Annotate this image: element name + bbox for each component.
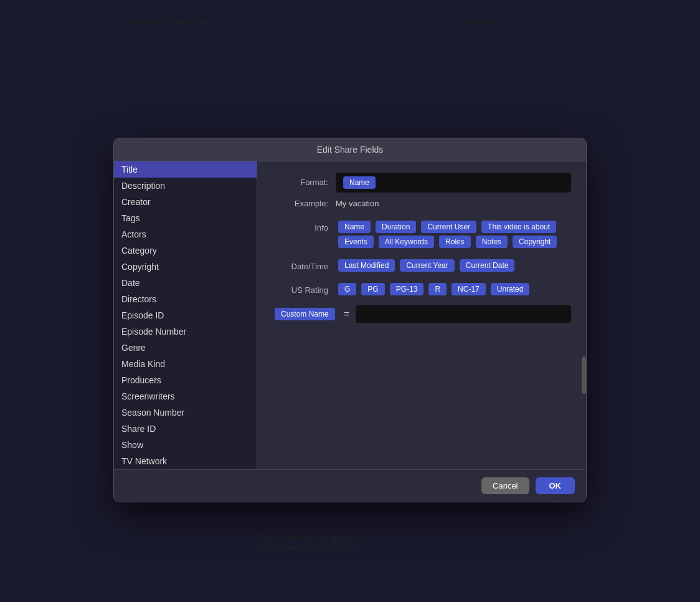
info-tag-roles[interactable]: Roles — [439, 236, 471, 248]
example-value: My vacation — [336, 199, 379, 208]
rating-tag-g[interactable]: G — [338, 283, 356, 295]
dialog-body: Title Description Creator Tags Actors Ca… — [114, 161, 586, 469]
format-bar: Name — [336, 173, 571, 193]
sidebar-item-copyright[interactable]: Copyright — [114, 259, 257, 275]
sidebar-item-date[interactable]: Date — [114, 275, 257, 291]
ok-button[interactable]: OK — [536, 477, 575, 494]
right-panel: Format: Name Example: My vacation Info N… — [257, 161, 586, 469]
info-section: Info Name Duration Current User This vid… — [272, 219, 571, 249]
sidebar-item-creator[interactable]: Creator — [114, 194, 257, 210]
datetime-label: Date/Time — [272, 258, 328, 271]
sidebar-item-producers[interactable]: Producers — [114, 372, 257, 388]
custom-name-input[interactable] — [356, 305, 571, 323]
dialog-footer: Cancel OK — [114, 469, 586, 502]
info-tag-duration[interactable]: Duration — [376, 221, 416, 233]
annotation-options: Options for the field appearin the middl… — [257, 533, 356, 552]
sidebar-item-genre[interactable]: Genre — [114, 340, 257, 356]
usrating-label: US Rating — [272, 282, 328, 295]
example-row: Example: My vacation — [272, 199, 571, 208]
sidebar-item-tags[interactable]: Tags — [114, 210, 257, 226]
sidebar-item-description[interactable]: Description — [114, 178, 257, 194]
usrating-section: US Rating G PG PG-13 R NC-17 Unrated — [272, 282, 571, 297]
info-label: Info — [272, 219, 328, 232]
info-tags-container: Name Duration Current User This video is… — [336, 219, 571, 249]
sidebar: Title Description Creator Tags Actors Ca… — [114, 161, 257, 469]
custom-name-tag[interactable]: Custom Name — [275, 308, 335, 320]
sidebar-item-category[interactable]: Category — [114, 242, 257, 259]
format-row: Format: Name — [272, 173, 571, 193]
sidebar-item-share-id[interactable]: Share ID — [114, 421, 257, 437]
rating-tag-unrated[interactable]: Unrated — [491, 283, 530, 295]
datetime-tags-container: Last Modified Current Year Current Date — [336, 258, 571, 273]
sidebar-item-episode-id[interactable]: Episode ID — [114, 307, 257, 323]
sidebar-item-directors[interactable]: Directors — [114, 291, 257, 307]
datetime-tag-current-date[interactable]: Current Date — [460, 259, 515, 272]
sidebar-item-show[interactable]: Show — [114, 437, 257, 453]
dialog-wrapper: Edit Share Fields Title Description Crea… — [113, 138, 587, 502]
sidebar-item-media-kind[interactable]: Media Kind — [114, 356, 257, 372]
datetime-tag-current-year[interactable]: Current Year — [400, 259, 454, 272]
format-name-tag[interactable]: Name — [343, 176, 376, 189]
info-tag-copyright[interactable]: Copyright — [513, 236, 557, 248]
sidebar-item-episode-number[interactable]: Episode Number — [114, 323, 257, 340]
datetime-tag-last-modified[interactable]: Last Modified — [338, 259, 395, 272]
rating-tag-r[interactable]: R — [428, 283, 447, 295]
annotation-format-field: Format field — [458, 17, 504, 27]
info-tag-name[interactable]: Name — [338, 221, 371, 233]
datetime-section: Date/Time Last Modified Current Year Cur… — [272, 258, 571, 273]
usrating-tags-container: G PG PG-13 R NC-17 Unrated — [336, 282, 571, 297]
info-tag-this-video[interactable]: This video is about — [481, 221, 556, 233]
sidebar-item-actors[interactable]: Actors — [114, 226, 257, 242]
example-label: Example: — [272, 199, 328, 208]
rating-tag-pg[interactable]: PG — [361, 283, 384, 295]
custom-name-row: Custom Name = — [272, 305, 571, 323]
info-tag-all-keywords[interactable]: All Keywords — [379, 236, 434, 248]
rating-tag-nc17[interactable]: NC-17 — [452, 283, 486, 295]
info-tag-current-user[interactable]: Current User — [421, 221, 476, 233]
dialog-titlebar: Edit Share Fields — [114, 138, 586, 161]
format-label: Format: — [272, 178, 328, 187]
edit-share-fields-dialog: Edit Share Fields Title Description Crea… — [113, 138, 587, 502]
sidebar-item-title[interactable]: Title — [114, 161, 257, 178]
info-tag-events[interactable]: Events — [338, 236, 374, 248]
rating-tag-pg13[interactable]: PG-13 — [390, 283, 424, 295]
info-tag-notes[interactable]: Notes — [476, 236, 508, 248]
sidebar-item-screenwriters[interactable]: Screenwriters — [114, 388, 257, 404]
annotation-select-attr: Select an attribute field. — [125, 17, 215, 27]
equals-sign: = — [344, 308, 349, 320]
cancel-button[interactable]: Cancel — [481, 477, 529, 494]
sidebar-item-tv-network[interactable]: TV Network — [114, 453, 257, 469]
sidebar-item-season-number[interactable]: Season Number — [114, 404, 257, 421]
